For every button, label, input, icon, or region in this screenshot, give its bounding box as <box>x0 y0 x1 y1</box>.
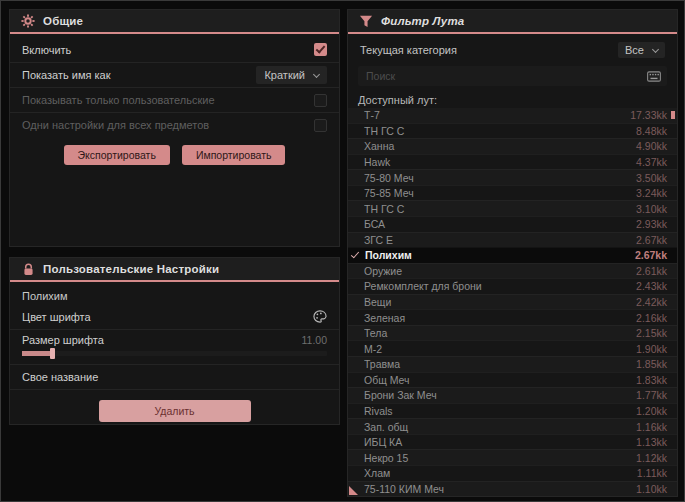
loot-item-row[interactable]: 75-80 Меч 3.50kk <box>348 169 677 185</box>
loot-item-name: М-2 <box>364 343 636 355</box>
resize-grip-icon[interactable] <box>349 486 358 495</box>
import-button[interactable]: Импортировать <box>182 145 286 165</box>
font-size-slider[interactable] <box>22 351 327 356</box>
custom-name-label: Свое название <box>22 371 98 383</box>
category-dropdown[interactable]: Все <box>618 42 665 58</box>
loot-item-row[interactable]: Полихим 2.67kk <box>348 247 677 263</box>
show-name-dropdown[interactable]: Краткий <box>256 66 327 84</box>
export-button[interactable]: Экспортировать <box>64 145 170 165</box>
loot-item-value: 2.67kk <box>635 249 667 261</box>
loot-item-value: 3.24kk <box>636 187 667 199</box>
loot-item-row[interactable]: Тела 2.15kk <box>348 325 677 341</box>
slider-handle[interactable] <box>50 348 55 359</box>
loot-item-row[interactable]: Общ Меч 1.83kk <box>348 372 677 388</box>
panel-loot-filter-header[interactable]: Фильтр Лута <box>348 10 677 34</box>
loot-item-name: Брони Зак Меч <box>364 389 636 401</box>
loot-item-row[interactable]: Т-7 17.33kk <box>348 108 677 123</box>
app-window: Общие Включить Показать имя как Краткий … <box>0 0 685 502</box>
loot-item-value: 1.85kk <box>636 358 667 370</box>
enable-checkbox[interactable] <box>314 43 327 56</box>
same-settings-row: Одни настройки для всех предметов <box>10 112 339 137</box>
search-box <box>358 66 667 86</box>
search-input[interactable] <box>366 70 647 82</box>
loot-list: Т-7 17.33kk ТН ГС С 8.48kk Ханна 4.90kk … <box>348 108 677 496</box>
loot-item-name: 75-85 Меч <box>364 187 636 199</box>
loot-item-row[interactable]: 75-110 КИМ Меч 1.10kk <box>348 481 677 497</box>
available-loot-label: Доступный лут: <box>348 90 677 108</box>
loot-item-row[interactable]: Вещи 2.42kk <box>348 294 677 310</box>
loot-item-name: Hawk <box>364 156 636 168</box>
panel-loot-filter: Фильтр Лута Текущая категория Все <box>347 9 678 497</box>
loot-item-value: 2.43kk <box>636 280 667 292</box>
loot-item-name: Т-7 <box>364 109 630 121</box>
loot-item-value: 1.10kk <box>636 483 667 495</box>
loot-item-value: 1.20kk <box>636 405 667 417</box>
category-row: Текущая категория Все <box>348 34 677 64</box>
only-custom-label: Показывать только пользовательские <box>22 94 215 106</box>
panel-loot-filter-title: Фильтр Лута <box>381 15 464 27</box>
loot-item-name: ЗГС Е <box>364 234 636 246</box>
category-value: Все <box>625 44 644 56</box>
loot-item-row[interactable]: М-2 1.90kk <box>348 340 677 356</box>
panel-general: Общие Включить Показать имя как Краткий … <box>9 9 340 247</box>
slider-fill <box>22 351 52 356</box>
loot-item-row[interactable]: ТН ГС С 3.10kk <box>348 200 677 216</box>
custom-name-row[interactable]: Свое название <box>10 364 339 389</box>
loot-item-row[interactable]: Зап. общ 1.16kk <box>348 418 677 434</box>
loot-item-value: 1.13kk <box>636 436 667 448</box>
loot-item-name: Травма <box>364 358 636 370</box>
keyboard-icon[interactable] <box>647 71 661 82</box>
panel-user-settings-header[interactable]: Пользовательские Настройки <box>10 258 339 282</box>
loot-item-name: ТН ГС С <box>364 203 636 215</box>
loot-item-row[interactable]: 75-85 Меч 3.24kk <box>348 185 677 201</box>
panel-user-settings: Пользовательские Настройки Полихим Цвет … <box>9 257 340 425</box>
loot-item-row[interactable]: Травма 1.85kk <box>348 356 677 372</box>
panel-user-settings-title: Пользовательские Настройки <box>43 263 219 275</box>
loot-item-value: 2.67kk <box>636 234 667 246</box>
loot-item-row[interactable]: Оружие 2.61kk <box>348 263 677 279</box>
font-color-row: Цвет шрифта <box>10 304 339 329</box>
loot-item-name: Некро 15 <box>364 452 636 464</box>
loot-item-row[interactable]: ИБЦ КА 1.13kk <box>348 434 677 450</box>
scrollbar-thumb[interactable] <box>671 111 675 119</box>
loot-item-row[interactable]: ТН ГС С 8.48kk <box>348 123 677 139</box>
loot-item-name: Полихим <box>365 249 635 261</box>
loot-item-value: 1.77kk <box>636 389 667 401</box>
same-settings-checkbox[interactable] <box>314 119 327 132</box>
only-custom-checkbox[interactable] <box>314 94 327 107</box>
enable-label: Включить <box>22 44 71 56</box>
loot-item-name: Rivals <box>364 405 636 417</box>
loot-item-row[interactable]: Хлам 1.11kk <box>348 465 677 481</box>
panel-general-header[interactable]: Общие <box>10 10 339 34</box>
chevron-down-icon <box>313 70 320 77</box>
loot-item-name: Общ Меч <box>364 374 636 386</box>
export-import-row: Экспортировать Импортировать <box>10 137 339 171</box>
loot-item-row[interactable]: Зеленая 2.16kk <box>348 309 677 325</box>
loot-item-row[interactable]: Rivals 1.20kk <box>348 403 677 419</box>
palette-icon[interactable] <box>313 310 327 323</box>
loot-item-value: 8.48kk <box>636 125 667 137</box>
font-size-row: Размер шрифта 11.00 <box>10 329 339 349</box>
loot-item-name: Вещи <box>364 296 636 308</box>
show-name-value: Краткий <box>264 69 305 81</box>
loot-item-value: 1.83kk <box>636 374 667 386</box>
loot-item-value: 4.37kk <box>636 156 667 168</box>
loot-item-row[interactable]: Брони Зак Меч 1.77kk <box>348 387 677 403</box>
loot-item-row[interactable]: Ханна 4.90kk <box>348 138 677 154</box>
loot-item-name: Хлам <box>364 467 637 479</box>
loot-item-value: 1.12kk <box>636 452 667 464</box>
lock-icon <box>21 262 35 276</box>
loot-item-row[interactable]: Ремкомплект для брони 2.43kk <box>348 278 677 294</box>
same-settings-label: Одни настройки для всех предметов <box>22 119 209 131</box>
show-name-row: Показать имя как Краткий <box>10 62 339 87</box>
panel-general-title: Общие <box>43 15 83 27</box>
loot-item-name: Оружие <box>364 265 636 277</box>
loot-item-row[interactable]: Hawk 4.37kk <box>348 154 677 170</box>
check-icon <box>351 250 359 259</box>
loot-item-row[interactable]: БСА 2.93kk <box>348 216 677 232</box>
loot-item-row[interactable]: ЗГС Е 2.67kk <box>348 232 677 248</box>
loot-item-value: 2.93kk <box>636 218 667 230</box>
delete-button[interactable]: Удалить <box>99 400 251 422</box>
show-name-label: Показать имя как <box>22 69 111 81</box>
loot-item-row[interactable]: Некро 15 1.12kk <box>348 449 677 465</box>
